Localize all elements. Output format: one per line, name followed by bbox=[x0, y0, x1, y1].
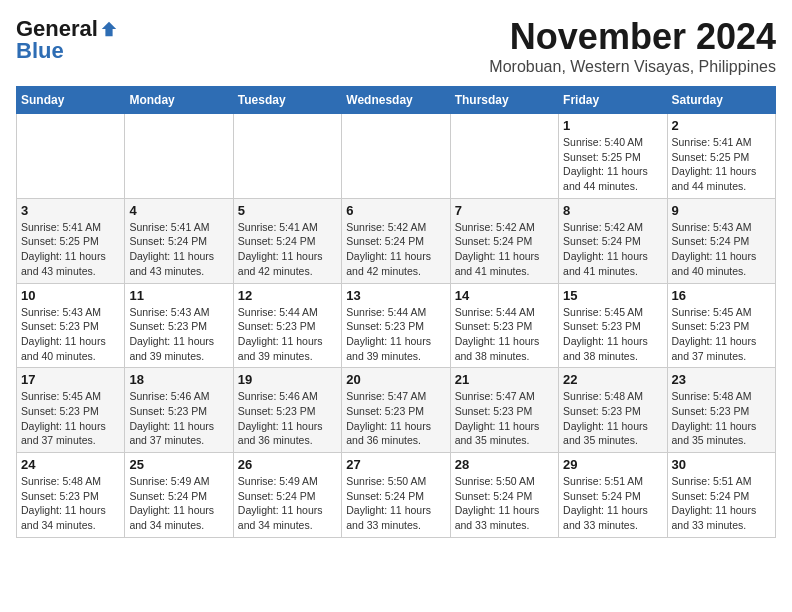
calendar-cell: 27Sunrise: 5:50 AMSunset: 5:24 PMDayligh… bbox=[342, 453, 450, 538]
day-info: Sunrise: 5:49 AMSunset: 5:24 PMDaylight:… bbox=[238, 474, 337, 533]
day-info: Sunrise: 5:45 AMSunset: 5:23 PMDaylight:… bbox=[672, 305, 771, 364]
calendar-cell: 17Sunrise: 5:45 AMSunset: 5:23 PMDayligh… bbox=[17, 368, 125, 453]
calendar-cell: 2Sunrise: 5:41 AMSunset: 5:25 PMDaylight… bbox=[667, 114, 775, 199]
calendar-cell: 30Sunrise: 5:51 AMSunset: 5:24 PMDayligh… bbox=[667, 453, 775, 538]
day-number: 20 bbox=[346, 372, 445, 387]
calendar-cell bbox=[125, 114, 233, 199]
day-number: 8 bbox=[563, 203, 662, 218]
logo: General Blue bbox=[16, 16, 118, 64]
header: General Blue November 2024 Morobuan, Wes… bbox=[16, 16, 776, 76]
day-info: Sunrise: 5:48 AMSunset: 5:23 PMDaylight:… bbox=[563, 389, 662, 448]
calendar-cell bbox=[450, 114, 558, 199]
day-info: Sunrise: 5:47 AMSunset: 5:23 PMDaylight:… bbox=[455, 389, 554, 448]
month-title: November 2024 bbox=[489, 16, 776, 58]
calendar-week-1: 3Sunrise: 5:41 AMSunset: 5:25 PMDaylight… bbox=[17, 198, 776, 283]
calendar-cell: 12Sunrise: 5:44 AMSunset: 5:23 PMDayligh… bbox=[233, 283, 341, 368]
day-info: Sunrise: 5:50 AMSunset: 5:24 PMDaylight:… bbox=[455, 474, 554, 533]
calendar-cell: 8Sunrise: 5:42 AMSunset: 5:24 PMDaylight… bbox=[559, 198, 667, 283]
calendar-cell: 24Sunrise: 5:48 AMSunset: 5:23 PMDayligh… bbox=[17, 453, 125, 538]
weekday-header-tuesday: Tuesday bbox=[233, 87, 341, 114]
day-info: Sunrise: 5:51 AMSunset: 5:24 PMDaylight:… bbox=[563, 474, 662, 533]
day-info: Sunrise: 5:44 AMSunset: 5:23 PMDaylight:… bbox=[346, 305, 445, 364]
calendar-cell: 10Sunrise: 5:43 AMSunset: 5:23 PMDayligh… bbox=[17, 283, 125, 368]
calendar-body: 1Sunrise: 5:40 AMSunset: 5:25 PMDaylight… bbox=[17, 114, 776, 538]
day-info: Sunrise: 5:47 AMSunset: 5:23 PMDaylight:… bbox=[346, 389, 445, 448]
day-number: 18 bbox=[129, 372, 228, 387]
day-info: Sunrise: 5:43 AMSunset: 5:24 PMDaylight:… bbox=[672, 220, 771, 279]
location-subtitle: Morobuan, Western Visayas, Philippines bbox=[489, 58, 776, 76]
weekday-header-saturday: Saturday bbox=[667, 87, 775, 114]
weekday-header-sunday: Sunday bbox=[17, 87, 125, 114]
calendar-cell: 3Sunrise: 5:41 AMSunset: 5:25 PMDaylight… bbox=[17, 198, 125, 283]
weekday-header-monday: Monday bbox=[125, 87, 233, 114]
calendar-week-0: 1Sunrise: 5:40 AMSunset: 5:25 PMDaylight… bbox=[17, 114, 776, 199]
day-number: 5 bbox=[238, 203, 337, 218]
day-number: 10 bbox=[21, 288, 120, 303]
day-info: Sunrise: 5:49 AMSunset: 5:24 PMDaylight:… bbox=[129, 474, 228, 533]
calendar-cell: 1Sunrise: 5:40 AMSunset: 5:25 PMDaylight… bbox=[559, 114, 667, 199]
title-area: November 2024 Morobuan, Western Visayas,… bbox=[489, 16, 776, 76]
day-info: Sunrise: 5:44 AMSunset: 5:23 PMDaylight:… bbox=[455, 305, 554, 364]
day-info: Sunrise: 5:40 AMSunset: 5:25 PMDaylight:… bbox=[563, 135, 662, 194]
day-number: 15 bbox=[563, 288, 662, 303]
day-info: Sunrise: 5:43 AMSunset: 5:23 PMDaylight:… bbox=[129, 305, 228, 364]
day-info: Sunrise: 5:42 AMSunset: 5:24 PMDaylight:… bbox=[455, 220, 554, 279]
calendar-cell: 23Sunrise: 5:48 AMSunset: 5:23 PMDayligh… bbox=[667, 368, 775, 453]
calendar-cell: 28Sunrise: 5:50 AMSunset: 5:24 PMDayligh… bbox=[450, 453, 558, 538]
day-info: Sunrise: 5:41 AMSunset: 5:25 PMDaylight:… bbox=[672, 135, 771, 194]
day-number: 27 bbox=[346, 457, 445, 472]
day-info: Sunrise: 5:45 AMSunset: 5:23 PMDaylight:… bbox=[563, 305, 662, 364]
calendar-week-3: 17Sunrise: 5:45 AMSunset: 5:23 PMDayligh… bbox=[17, 368, 776, 453]
calendar-cell: 16Sunrise: 5:45 AMSunset: 5:23 PMDayligh… bbox=[667, 283, 775, 368]
weekday-header-wednesday: Wednesday bbox=[342, 87, 450, 114]
calendar-cell bbox=[17, 114, 125, 199]
calendar-cell: 15Sunrise: 5:45 AMSunset: 5:23 PMDayligh… bbox=[559, 283, 667, 368]
calendar-cell: 14Sunrise: 5:44 AMSunset: 5:23 PMDayligh… bbox=[450, 283, 558, 368]
day-number: 3 bbox=[21, 203, 120, 218]
day-info: Sunrise: 5:50 AMSunset: 5:24 PMDaylight:… bbox=[346, 474, 445, 533]
day-number: 11 bbox=[129, 288, 228, 303]
calendar-cell: 7Sunrise: 5:42 AMSunset: 5:24 PMDaylight… bbox=[450, 198, 558, 283]
day-number: 1 bbox=[563, 118, 662, 133]
calendar-cell: 5Sunrise: 5:41 AMSunset: 5:24 PMDaylight… bbox=[233, 198, 341, 283]
day-info: Sunrise: 5:51 AMSunset: 5:24 PMDaylight:… bbox=[672, 474, 771, 533]
calendar-cell: 20Sunrise: 5:47 AMSunset: 5:23 PMDayligh… bbox=[342, 368, 450, 453]
day-info: Sunrise: 5:43 AMSunset: 5:23 PMDaylight:… bbox=[21, 305, 120, 364]
logo-icon bbox=[100, 20, 118, 38]
calendar-cell bbox=[233, 114, 341, 199]
day-info: Sunrise: 5:46 AMSunset: 5:23 PMDaylight:… bbox=[238, 389, 337, 448]
day-number: 30 bbox=[672, 457, 771, 472]
day-info: Sunrise: 5:48 AMSunset: 5:23 PMDaylight:… bbox=[21, 474, 120, 533]
day-info: Sunrise: 5:41 AMSunset: 5:24 PMDaylight:… bbox=[129, 220, 228, 279]
day-number: 6 bbox=[346, 203, 445, 218]
day-number: 25 bbox=[129, 457, 228, 472]
weekday-header-row: SundayMondayTuesdayWednesdayThursdayFrid… bbox=[17, 87, 776, 114]
weekday-header-thursday: Thursday bbox=[450, 87, 558, 114]
calendar-cell: 26Sunrise: 5:49 AMSunset: 5:24 PMDayligh… bbox=[233, 453, 341, 538]
weekday-header-friday: Friday bbox=[559, 87, 667, 114]
day-number: 19 bbox=[238, 372, 337, 387]
day-number: 14 bbox=[455, 288, 554, 303]
day-number: 21 bbox=[455, 372, 554, 387]
day-number: 16 bbox=[672, 288, 771, 303]
day-info: Sunrise: 5:46 AMSunset: 5:23 PMDaylight:… bbox=[129, 389, 228, 448]
calendar-table: SundayMondayTuesdayWednesdayThursdayFrid… bbox=[16, 86, 776, 538]
day-number: 17 bbox=[21, 372, 120, 387]
svg-marker-0 bbox=[102, 22, 116, 36]
calendar-cell: 11Sunrise: 5:43 AMSunset: 5:23 PMDayligh… bbox=[125, 283, 233, 368]
day-number: 22 bbox=[563, 372, 662, 387]
day-info: Sunrise: 5:41 AMSunset: 5:24 PMDaylight:… bbox=[238, 220, 337, 279]
calendar-cell: 4Sunrise: 5:41 AMSunset: 5:24 PMDaylight… bbox=[125, 198, 233, 283]
calendar-cell: 6Sunrise: 5:42 AMSunset: 5:24 PMDaylight… bbox=[342, 198, 450, 283]
day-number: 13 bbox=[346, 288, 445, 303]
calendar-cell: 13Sunrise: 5:44 AMSunset: 5:23 PMDayligh… bbox=[342, 283, 450, 368]
calendar-cell: 21Sunrise: 5:47 AMSunset: 5:23 PMDayligh… bbox=[450, 368, 558, 453]
calendar-week-4: 24Sunrise: 5:48 AMSunset: 5:23 PMDayligh… bbox=[17, 453, 776, 538]
day-number: 2 bbox=[672, 118, 771, 133]
day-info: Sunrise: 5:42 AMSunset: 5:24 PMDaylight:… bbox=[563, 220, 662, 279]
logo-blue-text: Blue bbox=[16, 38, 64, 64]
day-info: Sunrise: 5:45 AMSunset: 5:23 PMDaylight:… bbox=[21, 389, 120, 448]
calendar-cell: 29Sunrise: 5:51 AMSunset: 5:24 PMDayligh… bbox=[559, 453, 667, 538]
day-number: 29 bbox=[563, 457, 662, 472]
calendar-week-2: 10Sunrise: 5:43 AMSunset: 5:23 PMDayligh… bbox=[17, 283, 776, 368]
